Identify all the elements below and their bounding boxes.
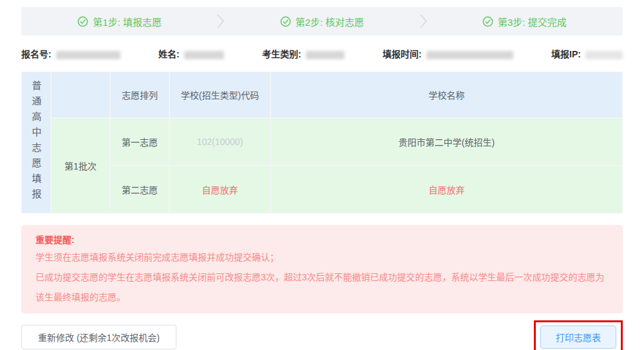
- step-3: 第3步: 提交完成: [426, 15, 623, 28]
- second-choice-code-cell: 自愿放弃: [170, 166, 270, 213]
- table-group-title-cell: 普通高中志愿填报: [22, 72, 50, 213]
- notice-title: 重要提醒:: [35, 232, 609, 248]
- circle-check-icon: [482, 16, 493, 27]
- step-2: 第2步: 核对志愿: [223, 15, 420, 28]
- info-field-candidate-type: 考生类别:: [262, 47, 345, 60]
- volunteer-confirm-page: 第1步: 填报志愿 第2步: 核对志愿 第3步: 提交完成 报名号: 姓名: 考…: [0, 0, 644, 350]
- header-school-cell: 学校名称: [271, 72, 622, 117]
- table-group-title: 普通高中志愿填报: [30, 81, 43, 204]
- second-choice-school-cell: 自愿放弃: [271, 166, 622, 213]
- info-field-fill-ip: 填报IP:: [551, 47, 623, 60]
- first-choice-rank-cell: 第一志愿: [111, 119, 169, 165]
- header-code-cell: 学校(招生类型)代码: [170, 72, 270, 117]
- batch-cell: 第1批次: [52, 119, 109, 213]
- volunteer-table: 普通高中志愿填报 志愿排列 学校(招生类型)代码 学校名称 第1批次 第一志愿 …: [21, 72, 623, 213]
- second-choice-rank-cell: 第二志愿: [111, 166, 169, 213]
- first-choice-school-cell: 贵阳市第二中学(统招生): [271, 119, 622, 165]
- header-batch-empty-cell: [52, 72, 109, 117]
- circle-check-icon: [77, 16, 88, 27]
- first-choice-code-cell: 102(10000): [170, 119, 270, 165]
- header-rank-cell: 志愿排列: [111, 72, 169, 117]
- step-2-label: 第2步: 核对志愿: [296, 15, 365, 28]
- info-field-name: 姓名:: [158, 47, 224, 60]
- fill-time-label: 填报时间:: [383, 49, 422, 59]
- annotation-highlight-box: 打印志愿表: [534, 320, 623, 350]
- redacted-value: [184, 51, 224, 59]
- notice-line-2: 已成功提交志愿的学生在志愿填报系统关闭前可改报志愿3次，超过3次后就不能撤销已成…: [35, 267, 609, 307]
- notice-line-1: 学生须在志愿填报系统关闭前完成志愿填报并成功提交确认；: [35, 248, 609, 267]
- step-1-label: 第1步: 填报志愿: [93, 15, 162, 28]
- stepper: 第1步: 填报志愿 第2步: 核对志愿 第3步: 提交完成: [21, 7, 623, 35]
- student-info-bar: 报名号: 姓名: 考生类别: 填报时间: 填报IP:: [21, 44, 623, 63]
- name-label: 姓名:: [158, 49, 180, 59]
- redacted-value: [585, 51, 623, 59]
- info-field-fill-time: 填报时间:: [383, 47, 513, 60]
- redacted-value: [426, 51, 513, 59]
- redacted-value: [56, 51, 120, 59]
- candidate-type-label: 考生类别:: [262, 49, 301, 59]
- fill-ip-label: 填报IP:: [551, 49, 581, 59]
- reg-number-label: 报名号:: [21, 49, 52, 59]
- circle-check-icon: [280, 16, 291, 27]
- info-field-reg-number: 报名号:: [21, 47, 120, 60]
- step-3-label: 第3步: 提交完成: [498, 15, 567, 28]
- modify-button[interactable]: 重新修改 (还剩余1次改报机会): [21, 325, 176, 349]
- redacted-value: [306, 51, 345, 59]
- print-button[interactable]: 打印志愿表: [540, 326, 616, 349]
- actions-row: 重新修改 (还剩余1次改报机会) 打印志愿表: [21, 320, 623, 350]
- important-notice: 重要提醒: 学生须在志愿填报系统关闭前完成志愿填报并成功提交确认； 已成功提交志…: [21, 225, 623, 313]
- step-1: 第1步: 填报志愿: [21, 15, 218, 28]
